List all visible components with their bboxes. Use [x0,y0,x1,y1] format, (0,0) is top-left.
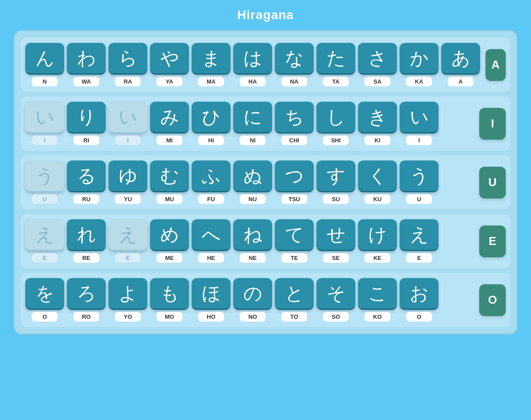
kana-cell-4-7[interactable]: そSO [316,278,355,322]
romaji-badge: WA [73,76,100,87]
kana-cell-0-1[interactable]: わWA [67,43,106,87]
romaji-badge: ME [156,253,183,263]
kana-cell-4-8[interactable]: こKO [358,278,397,322]
kana-card: と [275,278,314,310]
romaji-badge: YA [156,76,183,87]
kana-cell-2-8[interactable]: くKU [358,160,397,204]
kana-cell-1-1[interactable]: りRI [67,102,106,145]
kana-cell-4-9[interactable]: おO [400,278,439,322]
kana-cell-1-6[interactable]: ちCHI [275,102,314,145]
cells-area-a: んNわWAらRAやYAまMAはHAなNAたTAさSAかKAあA [25,43,480,87]
kana-cell-0-8[interactable]: さSA [358,43,397,87]
kana-cell-2-1[interactable]: るRU [67,160,106,204]
kana-cell-1-0[interactable]: いI [25,102,64,145]
kana-card: ね [233,219,272,251]
kana-cell-4-6[interactable]: とTO [275,278,314,322]
kana-cell-3-0[interactable]: えE [25,219,64,263]
romaji-badge: E [31,253,58,263]
romaji-badge: RU [73,194,100,204]
kana-character: よ [119,281,138,306]
romaji-badge: MU [156,194,183,204]
kana-cell-4-0[interactable]: をO [25,278,64,322]
kana-cell-3-8[interactable]: けKE [358,219,397,263]
kana-cell-1-4[interactable]: ひHI [192,102,231,145]
row-e: えEれREえEめMEへHEねNEてTEせSEけKEえEE [21,214,510,268]
row-u: うUるRUゆYUむMUふFUぬNUつTSUすSUくKUうUU [21,155,510,210]
romaji-badge: HA [239,76,266,87]
kana-cell-3-7[interactable]: せSE [316,219,355,263]
kana-cell-2-2[interactable]: ゆYU [108,160,147,204]
kana-character: せ [327,222,346,247]
kana-cell-2-9[interactable]: うU [400,160,439,204]
kana-cell-0-7[interactable]: たTA [316,43,355,87]
kana-cell-3-1[interactable]: れRE [67,219,106,263]
kana-cell-4-5[interactable]: のNO [233,278,272,322]
kana-cell-1-2[interactable]: いI [108,102,147,145]
kana-character: こ [368,281,387,306]
kana-cell-2-5[interactable]: ぬNU [233,160,272,204]
kana-card: お [400,278,439,310]
kana-cell-1-5[interactable]: にNI [233,102,272,145]
romaji-badge: KI [364,135,391,145]
kana-card: い [400,102,439,134]
kana-character: へ [202,222,221,247]
kana-cell-2-3[interactable]: むMU [150,160,189,204]
kana-cell-3-3[interactable]: めME [150,219,189,263]
kana-cell-4-2[interactable]: よYO [108,278,147,322]
kana-cell-3-9[interactable]: えE [400,219,439,263]
kana-cell-3-6[interactable]: てTE [275,219,314,263]
kana-card: む [150,160,189,192]
kana-character: い [119,105,138,130]
kana-card: る [67,160,106,192]
kana-cell-4-1[interactable]: ろRO [67,278,106,322]
kana-character: ぬ [243,164,262,188]
kana-character: け [368,222,387,247]
romaji-badge: MO [156,312,183,322]
kana-card: へ [192,219,231,251]
kana-cell-0-10[interactable]: あA [441,43,480,87]
kana-cell-2-0[interactable]: うU [25,160,64,204]
page-title: Hiragana [0,8,531,22]
romaji-badge: MI [156,135,183,145]
romaji-badge: CHI [281,135,308,145]
kana-cell-1-7[interactable]: しSHI [316,102,355,145]
kana-character: ひ [202,105,221,130]
kana-card: て [275,219,314,251]
kana-cell-3-4[interactable]: へHE [192,219,231,263]
row-o: をOろROよYOもMOほHOのNOとTOそSOこKOおOO [21,273,510,327]
kana-cell-0-3[interactable]: やYA [150,43,189,87]
romaji-badge: E [406,253,432,263]
romaji-badge: KU [364,194,391,204]
kana-cell-0-6[interactable]: なNA [275,43,314,87]
romaji-badge: TO [281,312,308,322]
kana-character: ほ [202,281,221,306]
kana-cell-0-5[interactable]: はHA [233,43,272,87]
kana-cell-2-6[interactable]: つTSU [275,160,314,204]
kana-cell-1-8[interactable]: きKI [358,102,397,145]
kana-character: し [327,105,346,130]
kana-character: い [410,105,429,130]
kana-cell-4-3[interactable]: もMO [150,278,189,322]
kana-cell-4-4[interactable]: ほHO [192,278,231,322]
kana-cell-0-9[interactable]: かKA [400,43,439,87]
kana-cell-3-5[interactable]: ねNE [233,219,272,263]
kana-cell-0-0[interactable]: んN [25,43,64,87]
kana-card: ゆ [108,160,147,192]
kana-character: つ [285,164,304,188]
kana-cell-1-9[interactable]: いI [400,102,439,145]
kana-character: ま [202,46,221,71]
kana-character: ら [119,46,138,71]
kana-cell-3-2[interactable]: えE [108,219,147,263]
kana-cell-2-7[interactable]: すSU [316,160,355,204]
romaji-badge: HE [198,253,224,263]
kana-cell-1-3[interactable]: みMI [150,102,189,145]
row-a: んNわWAらRAやYAまMAはHAなNAたTAさSAかKAあAA [21,38,510,92]
kana-cell-2-4[interactable]: ふFU [192,160,231,204]
kana-card: り [67,102,106,134]
kana-character: た [327,46,346,71]
romaji-badge: SU [323,194,349,204]
kana-card: あ [441,43,480,75]
kana-cell-0-4[interactable]: まMA [192,43,231,87]
kana-cell-0-2[interactable]: らRA [108,43,147,87]
romaji-badge: SE [323,253,349,263]
